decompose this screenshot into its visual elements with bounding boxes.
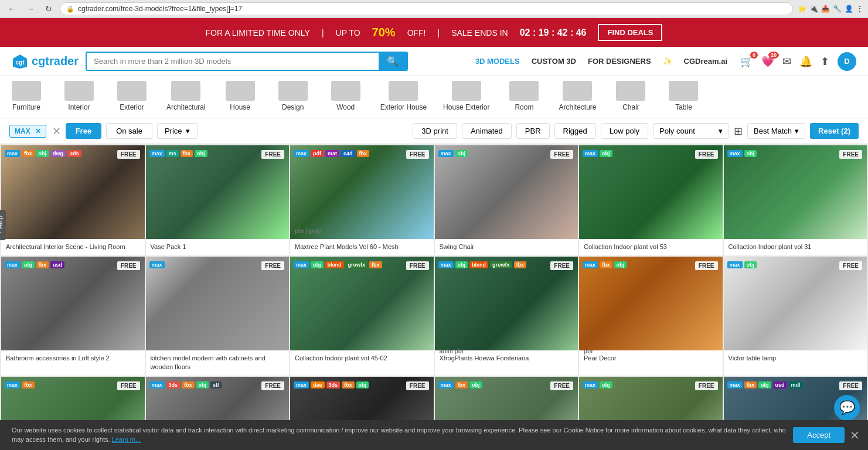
category-item-house[interactable]: House bbox=[214, 76, 267, 118]
category-label-house: House bbox=[230, 103, 250, 111]
forward-button[interactable]: → bbox=[23, 3, 38, 15]
product-title-1: Architectural Interior Scene - Living Ro… bbox=[6, 243, 140, 251]
category-item-furniture[interactable]: Furniture bbox=[0, 76, 53, 118]
product-card-12[interactable]: maxobj FREE Victor table lamp bbox=[724, 257, 867, 376]
tag-max: max bbox=[438, 150, 454, 157]
category-item-architectural[interactable]: Architectural bbox=[158, 76, 214, 118]
animated-button[interactable]: Animated bbox=[462, 123, 512, 139]
tag-max: max bbox=[5, 150, 20, 157]
product-card-3[interactable]: maxpdfmatc4dfbx FREE pbr l-poly Maxtree … bbox=[290, 145, 434, 255]
messages-icon[interactable]: ✉ bbox=[782, 55, 791, 68]
product-image-10 bbox=[435, 257, 578, 350]
free-badge-6: FREE bbox=[839, 150, 862, 159]
category-item-ext-house[interactable]: Exterior House bbox=[372, 76, 435, 118]
free-filter-button[interactable]: Free bbox=[66, 123, 101, 139]
header: cgt cgtrader 🔍 3D MODELS CUSTOM 3D FOR D… bbox=[0, 47, 868, 76]
user-avatar[interactable]: D bbox=[838, 52, 856, 71]
tag-fbx: fbx bbox=[514, 261, 527, 268]
product-card-8[interactable]: max FREE kitchen model modern with cabin… bbox=[146, 257, 290, 376]
url-bar[interactable]: 🔒 cgtrader.com/free-3d-models?free=1&fil… bbox=[60, 2, 793, 15]
3d-print-button[interactable]: 3D print bbox=[413, 123, 457, 139]
product-image-2 bbox=[146, 145, 290, 239]
filter-tag-remove[interactable]: ✕ bbox=[35, 127, 41, 135]
pbr-button[interactable]: PBR bbox=[516, 123, 550, 139]
browser-actions: ⭐ 🔌 📥 🔧 👤 ⋮ bbox=[798, 5, 863, 13]
tag-obj: obj bbox=[455, 150, 468, 157]
free-badge-14: FREE bbox=[261, 381, 284, 390]
products-grid: maxfbxobjdwg3ds FREE Architectural Inter… bbox=[0, 144, 868, 450]
logo[interactable]: cgt cgtrader bbox=[12, 53, 79, 70]
help-widget[interactable]: ? Help bbox=[0, 210, 6, 240]
category-item-wood[interactable]: Wood bbox=[319, 76, 372, 118]
product-title-4: Swing Chair bbox=[440, 243, 574, 251]
category-label-interior: Interior bbox=[68, 103, 90, 111]
cookie-learn-more[interactable]: Learn m... bbox=[112, 436, 141, 443]
search-input[interactable] bbox=[87, 53, 379, 70]
refresh-button[interactable]: ↻ bbox=[42, 3, 55, 15]
product-card-9[interactable]: maxobjblendgrowfxfbx FREE Collaction Ind… bbox=[290, 257, 434, 376]
nav-for-designers[interactable]: FOR DESIGNERS bbox=[588, 57, 651, 66]
tag-max: max bbox=[583, 261, 598, 268]
back-button[interactable]: ← bbox=[5, 3, 19, 15]
tag-max: max bbox=[294, 150, 309, 157]
nav-cgdream[interactable]: CGDream.ai bbox=[684, 57, 727, 66]
tag-row-1: maxfbxobjdwg3ds bbox=[5, 150, 81, 157]
tag-obj: obj bbox=[455, 261, 468, 268]
search-button[interactable]: 🔍 bbox=[379, 53, 407, 70]
product-card-5[interactable]: maxobj FREE Collaction Indoor plant vol … bbox=[579, 145, 723, 255]
category-item-interior[interactable]: Interior bbox=[53, 76, 105, 118]
wishlist-icon[interactable]: 💗 20 bbox=[761, 55, 774, 68]
filter-clear-all[interactable]: ✕ bbox=[52, 125, 61, 138]
product-title-3: Maxtree Plant Models Vol 60 - Mesh bbox=[295, 243, 429, 251]
nav-3d-models[interactable]: 3D MODELS bbox=[475, 57, 520, 66]
extension-icon-1[interactable]: 🔌 bbox=[809, 5, 818, 13]
low-poly-button[interactable]: Low poly bbox=[601, 123, 648, 139]
product-card-1[interactable]: maxfbxobjdwg3ds FREE Architectural Inter… bbox=[1, 145, 145, 255]
tag-max: max bbox=[5, 381, 20, 388]
category-label-architecture: Architecture bbox=[559, 103, 596, 111]
tag-dae: dae bbox=[311, 381, 325, 388]
bookmark-icon[interactable]: ⭐ bbox=[798, 5, 806, 13]
category-item-room[interactable]: Room bbox=[498, 76, 550, 118]
product-card-7[interactable]: maxobjfbxusd FREE Bathroom accessories i… bbox=[1, 257, 145, 376]
category-item-table[interactable]: Table bbox=[657, 76, 710, 118]
product-card-4[interactable]: maxobj FREE Swing Chair bbox=[435, 145, 578, 255]
chat-widget[interactable]: 💬 bbox=[834, 395, 860, 421]
tag-blend: blend bbox=[325, 261, 344, 268]
sort-dropdown[interactable]: Best Match ▾ bbox=[747, 123, 805, 139]
price-filter-dropdown[interactable]: Price ▾ bbox=[157, 123, 198, 139]
search-bar[interactable]: 🔍 bbox=[86, 52, 408, 71]
sale-limited-text: FOR A LIMITED TIME ONLY bbox=[206, 28, 310, 38]
product-meta-10: anim pbr bbox=[440, 348, 464, 354]
cart-icon[interactable]: 🛒 0 bbox=[740, 55, 753, 68]
rigged-button[interactable]: Rigged bbox=[554, 123, 596, 139]
on-sale-filter-button[interactable]: On sale bbox=[106, 123, 152, 139]
category-item-chair[interactable]: Chair bbox=[604, 76, 657, 118]
cookie-close-button[interactable]: ✕ bbox=[850, 428, 860, 442]
category-image-house bbox=[226, 81, 255, 101]
profile-icon[interactable]: 👤 bbox=[845, 5, 853, 13]
product-card-2[interactable]: maxmsfbxobj FREE Vase Pack 1 bbox=[146, 145, 290, 255]
category-item-house-ext[interactable]: House Exterior bbox=[435, 76, 498, 118]
poly-count-dropdown[interactable]: Poly count ▾ bbox=[653, 123, 729, 139]
product-card-6[interactable]: maxobj FREE Collaction Indoor plant vol … bbox=[724, 145, 867, 255]
category-item-architecture[interactable]: Architecture bbox=[550, 76, 604, 118]
category-image-chair bbox=[616, 81, 645, 101]
nav-custom-3d[interactable]: CUSTOM 3D bbox=[532, 57, 576, 66]
extension-icon-3[interactable]: 🔧 bbox=[833, 5, 842, 13]
category-item-design[interactable]: Design bbox=[267, 76, 319, 118]
reset-button[interactable]: Reset (2) bbox=[810, 123, 859, 139]
tag-blend: blend bbox=[469, 261, 488, 268]
grid-options-icon[interactable]: ⊞ bbox=[734, 125, 743, 138]
category-item-exterior[interactable]: Exterior bbox=[105, 76, 158, 118]
product-card-11[interactable]: maxfbxobj FREE pbr Pear Decor bbox=[579, 257, 723, 376]
product-card-10[interactable]: maxobjblendgrowfxfbx FREE anim pbr Xfrog… bbox=[435, 257, 578, 376]
tag-ms: ms bbox=[166, 150, 179, 157]
notifications-icon[interactable]: 🔔 bbox=[799, 55, 812, 68]
find-deals-button[interactable]: FIND DEALS bbox=[598, 24, 662, 41]
tag-fbx: fbx bbox=[342, 381, 355, 388]
cookie-accept-button[interactable]: Accept bbox=[793, 427, 845, 443]
upload-icon[interactable]: ⬆ bbox=[821, 55, 829, 68]
extension-icon-2[interactable]: 📥 bbox=[821, 5, 830, 13]
more-icon[interactable]: ⋮ bbox=[856, 5, 863, 13]
